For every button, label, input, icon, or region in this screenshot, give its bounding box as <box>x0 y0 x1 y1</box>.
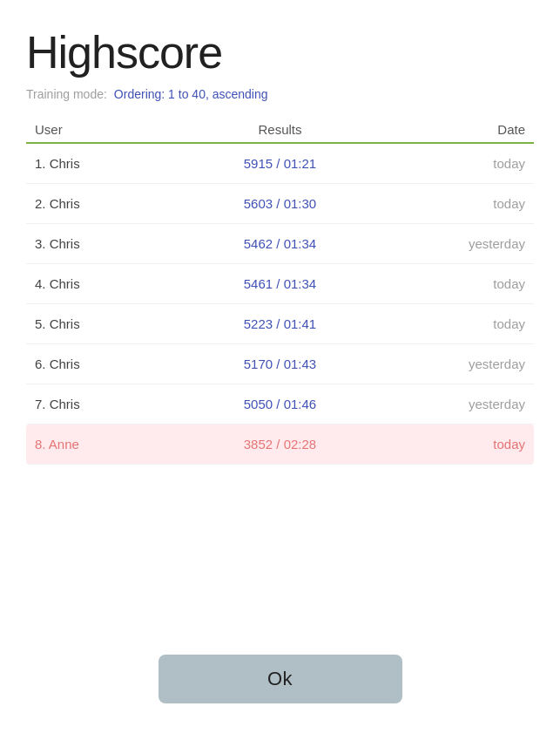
cell-date: today <box>365 156 534 171</box>
cell-date: yesterday <box>365 236 534 251</box>
cell-user: 1. Chris <box>26 156 195 171</box>
cell-user: 6. Chris <box>26 357 195 371</box>
header-user: User <box>26 122 195 137</box>
cell-results: 3852 / 02:28 <box>195 437 364 452</box>
cell-user: 2. Chris <box>26 196 195 211</box>
cell-date: today <box>365 276 534 291</box>
table-row: 1. Chris5915 / 01:21today <box>26 144 534 184</box>
cell-user: 5. Chris <box>26 316 195 331</box>
page-title: Highscore <box>26 26 534 78</box>
table-container: User Results Date 1. Chris5915 / 01:21to… <box>26 122 534 465</box>
table-row: 5. Chris5223 / 01:41today <box>26 304 534 344</box>
cell-results: 5461 / 01:34 <box>195 276 364 291</box>
ok-button[interactable]: Ok <box>159 655 402 703</box>
table-row: 6. Chris5170 / 01:43yesterday <box>26 344 534 384</box>
table-row: 8. Anne3852 / 02:28today <box>26 424 534 465</box>
table-row: 7. Chris5050 / 01:46yesterday <box>26 384 534 424</box>
cell-user: 7. Chris <box>26 397 195 411</box>
table-row: 3. Chris5462 / 01:34yesterday <box>26 224 534 264</box>
cell-results: 5915 / 01:21 <box>195 156 364 171</box>
header-date: Date <box>365 122 534 137</box>
cell-results: 5223 / 01:41 <box>195 316 364 331</box>
cell-results: 5170 / 01:43 <box>195 357 364 371</box>
cell-date: yesterday <box>365 397 534 411</box>
page-container: Highscore Training mode: Ordering: 1 to … <box>0 0 560 747</box>
cell-results: 5462 / 01:34 <box>195 236 364 251</box>
subtitle-row: Training mode: Ordering: 1 to 40, ascend… <box>26 87 534 101</box>
ok-button-container: Ok <box>26 637 534 730</box>
table-row: 2. Chris5603 / 01:30today <box>26 184 534 224</box>
table-body: 1. Chris5915 / 01:21today2. Chris5603 / … <box>26 144 534 465</box>
cell-date: today <box>365 437 534 452</box>
cell-user: 3. Chris <box>26 236 195 251</box>
cell-results: 5050 / 01:46 <box>195 397 364 411</box>
subtitle-value: Ordering: 1 to 40, ascending <box>114 87 268 101</box>
header-results: Results <box>195 122 364 137</box>
subtitle-label: Training mode: <box>26 87 107 101</box>
cell-date: yesterday <box>365 357 534 371</box>
cell-date: today <box>365 196 534 211</box>
cell-results: 5603 / 01:30 <box>195 196 364 211</box>
table-header: User Results Date <box>26 122 534 144</box>
cell-user: 4. Chris <box>26 276 195 291</box>
cell-user: 8. Anne <box>26 437 195 452</box>
table-row: 4. Chris5461 / 01:34today <box>26 264 534 304</box>
cell-date: today <box>365 316 534 331</box>
